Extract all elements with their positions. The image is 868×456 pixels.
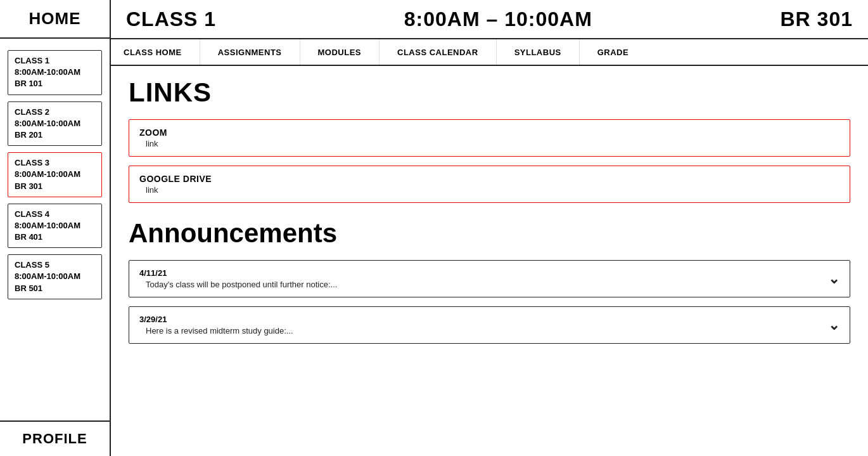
main-content: CLASS 1 8:00AM – 10:00AM BR 301 CLASS HO… bbox=[111, 0, 868, 456]
sidebar-class-item-4[interactable]: CLASS 4 8:00AM-10:00AM BR 401 bbox=[8, 204, 102, 249]
announcement-text: Today's class will be postponed until fu… bbox=[139, 280, 818, 289]
link-card-1: ZOOM link bbox=[129, 119, 850, 157]
announcement-card-1: 4/11/21 Today's class will be postponed … bbox=[129, 260, 850, 297]
links-container: ZOOM link GOOGLE DRIVE link bbox=[129, 119, 850, 203]
link-card-title: GOOGLE DRIVE bbox=[139, 174, 839, 184]
announcement-text: Here is a revised midterm study guide:..… bbox=[139, 326, 818, 335]
content-area: LINKS ZOOM link GOOGLE DRIVE link Announ… bbox=[111, 66, 868, 456]
announcement-body: 3/29/21 Here is a revised midterm study … bbox=[139, 315, 818, 335]
link-card-title: ZOOM bbox=[139, 127, 839, 138]
sidebar: HOME CLASS 1 8:00AM-10:00AM BR 101CLASS … bbox=[0, 0, 111, 456]
announcement-date: 4/11/21 bbox=[139, 268, 818, 278]
link-card-2: GOOGLE DRIVE link bbox=[129, 166, 850, 203]
sidebar-class-item-2[interactable]: CLASS 2 8:00AM-10:00AM BR 201 bbox=[8, 101, 102, 147]
link-card-link[interactable]: link bbox=[139, 185, 839, 195]
class-list: CLASS 1 8:00AM-10:00AM BR 101CLASS 2 8:0… bbox=[0, 39, 110, 420]
nav-tab-grade[interactable]: GRADE bbox=[580, 39, 646, 65]
announcement-date: 3/29/21 bbox=[139, 315, 818, 324]
nav-tab-modules[interactable]: MODULES bbox=[300, 39, 380, 65]
nav-tab-class-calendar[interactable]: CLASS CALENDAR bbox=[380, 39, 497, 65]
links-title: LINKS bbox=[129, 77, 850, 108]
nav-tab-syllabus[interactable]: SYLLABUS bbox=[497, 39, 580, 65]
class-title: CLASS 1 bbox=[126, 8, 216, 31]
announcement-body: 4/11/21 Today's class will be postponed … bbox=[139, 268, 818, 289]
sidebar-class-item-1[interactable]: CLASS 1 8:00AM-10:00AM BR 101 bbox=[8, 50, 102, 95]
class-time: 8:00AM – 10:00AM bbox=[404, 8, 592, 31]
nav-tabs: CLASS HOMEASSIGNMENTSMODULESCLASS CALEND… bbox=[111, 39, 868, 66]
nav-tab-assignments[interactable]: ASSIGNMENTS bbox=[200, 39, 300, 65]
sidebar-home-link[interactable]: HOME bbox=[0, 0, 110, 39]
announcement-card-2: 3/29/21 Here is a revised midterm study … bbox=[129, 306, 850, 344]
announcements-container: 4/11/21 Today's class will be postponed … bbox=[129, 260, 850, 344]
sidebar-class-item-3[interactable]: CLASS 3 8:00AM-10:00AM BR 301 bbox=[8, 152, 102, 197]
sidebar-profile-link[interactable]: PROFILE bbox=[0, 420, 110, 456]
link-card-link[interactable]: link bbox=[139, 139, 839, 148]
announcements-title: Announcements bbox=[129, 218, 850, 249]
chevron-down-icon[interactable]: ⌄ bbox=[828, 317, 839, 334]
chevron-down-icon[interactable]: ⌄ bbox=[828, 271, 839, 287]
nav-tab-class-home[interactable]: CLASS HOME bbox=[117, 39, 200, 65]
sidebar-class-item-5[interactable]: CLASS 5 8:00AM-10:00AM BR 501 bbox=[8, 254, 102, 299]
main-header: CLASS 1 8:00AM – 10:00AM BR 301 bbox=[111, 0, 868, 39]
class-room: BR 301 bbox=[780, 8, 853, 31]
